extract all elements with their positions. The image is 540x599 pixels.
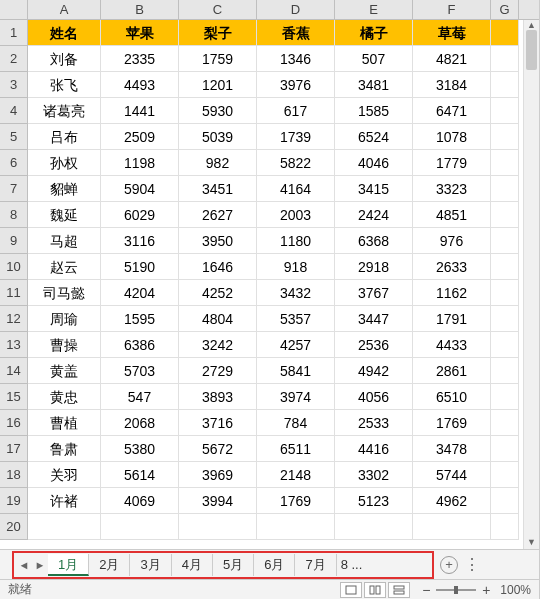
value-cell[interactable]: 5614 [101,462,179,488]
value-cell[interactable]: 982 [179,150,257,176]
name-cell[interactable]: 赵云 [28,254,101,280]
row-header[interactable]: 13 [0,332,28,358]
col-header-A[interactable]: A [28,0,101,19]
value-cell[interactable]: 2633 [413,254,491,280]
value-cell[interactable]: 4046 [335,150,413,176]
value-cell[interactable]: 4962 [413,488,491,514]
value-cell[interactable]: 2335 [101,46,179,72]
empty-cell[interactable] [491,202,519,228]
row-header[interactable]: 10 [0,254,28,280]
value-cell[interactable]: 6511 [257,436,335,462]
row-header[interactable]: 8 [0,202,28,228]
header-cell[interactable]: 香蕉 [257,20,335,46]
row-header[interactable]: 16 [0,410,28,436]
empty-cell[interactable] [491,280,519,306]
value-cell[interactable]: 3974 [257,384,335,410]
value-cell[interactable]: 1441 [101,98,179,124]
value-cell[interactable]: 2003 [257,202,335,228]
name-cell[interactable]: 鲁肃 [28,436,101,462]
row-header[interactable]: 14 [0,358,28,384]
value-cell[interactable]: 1201 [179,72,257,98]
name-cell[interactable]: 吕布 [28,124,101,150]
tab-overflow[interactable]: 8 ... [337,557,367,572]
value-cell[interactable]: 3323 [413,176,491,202]
value-cell[interactable]: 4204 [101,280,179,306]
value-cell[interactable]: 2533 [335,410,413,436]
value-cell[interactable]: 4821 [413,46,491,72]
sheet-tab[interactable]: 6月 [254,554,295,576]
empty-cell[interactable] [491,384,519,410]
row-header[interactable]: 15 [0,384,28,410]
value-cell[interactable]: 1078 [413,124,491,150]
scroll-thumb[interactable] [526,30,537,70]
name-cell[interactable]: 貂蝉 [28,176,101,202]
row-header[interactable]: 7 [0,176,28,202]
value-cell[interactable]: 4252 [179,280,257,306]
tab-more-icon[interactable]: ⋮ [464,555,480,574]
value-cell[interactable]: 3447 [335,306,413,332]
empty-cell[interactable] [101,514,179,540]
header-cell[interactable]: 苹果 [101,20,179,46]
name-cell[interactable]: 黄忠 [28,384,101,410]
view-layout-button[interactable] [364,582,386,598]
value-cell[interactable]: 4056 [335,384,413,410]
value-cell[interactable]: 4416 [335,436,413,462]
empty-cell[interactable] [491,124,519,150]
sheet-tab[interactable]: 5月 [213,554,254,576]
value-cell[interactable]: 5190 [101,254,179,280]
empty-cell[interactable] [491,228,519,254]
empty-cell[interactable] [491,436,519,462]
row-header[interactable]: 1 [0,20,28,46]
value-cell[interactable]: 3302 [335,462,413,488]
value-cell[interactable]: 3242 [179,332,257,358]
empty-cell[interactable] [491,488,519,514]
sheet-tab[interactable]: 1月 [48,554,89,576]
row-header[interactable]: 6 [0,150,28,176]
value-cell[interactable]: 3716 [179,410,257,436]
value-cell[interactable]: 3478 [413,436,491,462]
name-cell[interactable]: 诸葛亮 [28,98,101,124]
empty-cell[interactable] [28,514,101,540]
value-cell[interactable]: 1739 [257,124,335,150]
empty-cell[interactable] [491,306,519,332]
value-cell[interactable]: 1759 [179,46,257,72]
sheet-tab[interactable]: 4月 [172,554,213,576]
name-cell[interactable]: 关羽 [28,462,101,488]
col-header-C[interactable]: C [179,0,257,19]
value-cell[interactable]: 5822 [257,150,335,176]
name-cell[interactable]: 马超 [28,228,101,254]
empty-cell[interactable] [335,514,413,540]
sheet-tab[interactable]: 3月 [130,554,171,576]
name-cell[interactable]: 许褚 [28,488,101,514]
value-cell[interactable]: 2424 [335,202,413,228]
col-header-G[interactable]: G [491,0,519,19]
row-header[interactable]: 3 [0,72,28,98]
view-pagebreak-button[interactable] [388,582,410,598]
value-cell[interactable]: 507 [335,46,413,72]
scroll-down-arrow[interactable]: ▼ [524,537,539,549]
col-header-E[interactable]: E [335,0,413,19]
value-cell[interactable]: 2068 [101,410,179,436]
spreadsheet-grid[interactable]: A B C D E F G 1姓名苹果梨子香蕉橘子草莓2刘备2335175913… [0,0,539,540]
value-cell[interactable]: 3994 [179,488,257,514]
value-cell[interactable]: 1585 [335,98,413,124]
value-cell[interactable]: 4257 [257,332,335,358]
value-cell[interactable]: 2861 [413,358,491,384]
name-cell[interactable]: 孙权 [28,150,101,176]
value-cell[interactable]: 5357 [257,306,335,332]
value-cell[interactable]: 5123 [335,488,413,514]
name-cell[interactable]: 张飞 [28,72,101,98]
value-cell[interactable]: 3451 [179,176,257,202]
row-header[interactable]: 2 [0,46,28,72]
empty-cell[interactable] [491,46,519,72]
value-cell[interactable]: 1769 [413,410,491,436]
value-cell[interactable]: 2918 [335,254,413,280]
value-cell[interactable]: 3116 [101,228,179,254]
col-header-B[interactable]: B [101,0,179,19]
value-cell[interactable]: 4493 [101,72,179,98]
zoom-slider[interactable] [436,589,476,591]
tab-nav-prev[interactable]: ◄ [16,559,32,571]
header-cell[interactable]: 草莓 [413,20,491,46]
value-cell[interactable]: 1198 [101,150,179,176]
value-cell[interactable]: 1791 [413,306,491,332]
